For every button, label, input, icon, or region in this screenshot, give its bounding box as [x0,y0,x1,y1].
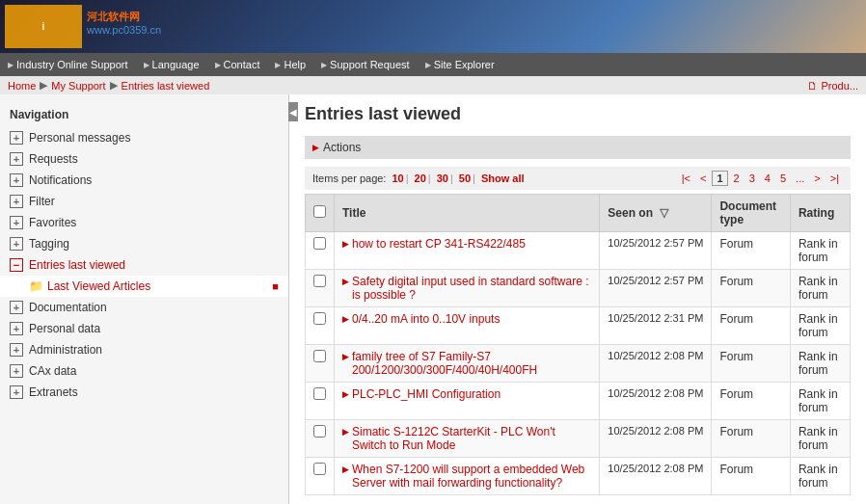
sidebar-link-requests[interactable]: Requests [29,152,78,166]
entry-title-link[interactable]: 0/4..20 mA into 0..10V inputs [342,312,591,326]
table-row: PLC-PLC_HMI Configuration10/25/2012 2:08… [306,383,851,420]
sidebar-link-documentation[interactable]: Documentation [29,301,107,314]
sidebar-item-administration[interactable]: + Administration [0,339,288,360]
page-ellipsis[interactable]: ... [792,172,808,185]
plus-icon: + [10,152,23,166]
entry-title-link[interactable]: how to restart CP 341-RS422/485 [342,237,591,251]
entry-title-link[interactable]: PLC-PLC_HMI Configuration [342,387,591,401]
row-title-cell: Safety digital input used in standard so… [335,270,600,307]
nav-help[interactable]: Help [275,59,306,70]
sidebar-item-tagging[interactable]: + Tagging [0,233,288,254]
sidebar-item-personal-messages[interactable]: + Personal messages [0,127,288,148]
entry-title-link[interactable]: Safety digital input used in standard so… [342,275,591,302]
row-checkbox[interactable] [313,312,326,325]
breadcrumb-left: Home ▶ My Support ▶ Entries last viewed [8,79,209,92]
nav-industry[interactable]: Industry Online Support [8,59,128,70]
sidebar-link-personal-data[interactable]: Personal data [29,322,100,335]
plus-icon: + [10,237,23,251]
row-rating-cell: Rank in forum [790,458,850,495]
minus-icon: − [10,258,23,272]
sidebar-link-administration[interactable]: Administration [29,343,102,357]
select-all-checkbox[interactable] [313,205,326,218]
row-checkbox-cell [306,458,335,495]
per-page-30[interactable]: 30 [437,172,448,184]
nav-support-request[interactable]: Support Request [321,59,410,70]
row-seen-on-cell: 10/25/2012 2:08 PM [600,383,712,420]
page-last[interactable]: >| [826,172,843,185]
breadcrumb-mysupport[interactable]: My Support [51,80,105,92]
row-checkbox[interactable] [313,425,326,438]
sidebar-item-documentation[interactable]: + Documentation [0,297,288,318]
entry-title-link[interactable]: Simatic S-1212C StarterKit - PLC Won't S… [342,425,591,452]
page-current: 1 [712,171,727,186]
sidebar-item-entries-last-viewed[interactable]: − Entries last viewed [0,254,288,276]
sidebar-link-cax-data[interactable]: CAx data [29,364,76,378]
table-row: When S7-1200 will support a embedded Web… [306,458,851,495]
row-doc-type-cell: Forum [712,307,790,345]
entry-title-link[interactable]: family tree of S7 Family-S7 200/1200/300… [342,350,591,377]
row-seen-on-cell: 10/25/2012 2:08 PM [600,345,712,383]
sidebar-link-personal-messages[interactable]: Personal messages [29,131,130,145]
row-doc-type-cell: Forum [712,270,790,307]
bookmark-icon: ■ [272,280,279,292]
row-checkbox[interactable] [313,463,326,475]
row-checkbox[interactable] [313,237,326,250]
entry-title-link[interactable]: When S7-1200 will support a embedded Web… [342,463,591,490]
sidebar-item-favorites[interactable]: + Favorites [0,212,288,233]
nav-contact[interactable]: Contact [215,59,260,70]
plus-icon: + [10,343,23,357]
top-banner: i 河北软件网 www.pc0359.cn [0,0,866,53]
sidebar-link-notifications[interactable]: Notifications [29,173,92,187]
page-4[interactable]: 4 [761,172,774,185]
table-row: Simatic S-1212C StarterKit - PLC Won't S… [306,420,851,458]
row-checkbox[interactable] [313,387,326,400]
page-5[interactable]: 5 [776,172,790,185]
col-rating: Rating [790,195,850,232]
sidebar-item-requests[interactable]: + Requests [0,148,288,170]
row-checkbox-cell [306,383,335,420]
page-first[interactable]: |< [678,172,694,185]
table-row: Safety digital input used in standard so… [306,270,851,307]
per-page-10[interactable]: 10 [392,172,403,184]
plus-icon: + [10,173,23,187]
per-page-20[interactable]: 20 [415,172,426,184]
sidebar-link-favorites[interactable]: Favorites [29,216,76,229]
sidebar-subitem-last-viewed-articles[interactable]: 📁 Last Viewed Articles ■ [0,276,288,297]
banner-text2: www.pc0359.cn [87,24,161,36]
sidebar-item-extranets[interactable]: + Extranets [0,382,288,403]
breadcrumb-bar: Home ▶ My Support ▶ Entries last viewed … [0,76,866,94]
breadcrumb-sep2: ▶ [110,79,118,92]
row-doc-type-cell: Forum [712,458,790,495]
sidebar-item-personal-data[interactable]: + Personal data [0,318,288,339]
col-checkbox [306,195,335,232]
sidebar-item-filter[interactable]: + Filter [0,191,288,212]
row-title-cell: how to restart CP 341-RS422/485 [335,232,600,270]
page-prev[interactable]: < [696,172,710,185]
page-next[interactable]: > [810,172,824,185]
breadcrumb-home[interactable]: Home [8,80,36,92]
per-page-show-all[interactable]: Show all [481,172,525,184]
row-checkbox[interactable] [313,350,326,362]
sidebar-link-entries-last-viewed[interactable]: Entries last viewed [29,258,125,272]
page-2[interactable]: 2 [730,172,744,185]
sidebar-item-cax-data[interactable]: + CAx data [0,360,288,382]
row-checkbox[interactable] [313,275,326,287]
row-checkbox-cell [306,270,335,307]
row-doc-type-cell: Forum [712,383,790,420]
breadcrumb-product: 🗋 Produ... [807,80,858,92]
sidebar-link-filter[interactable]: Filter [29,195,55,208]
per-page-50[interactable]: 50 [459,172,471,184]
row-rating-cell: Rank in forum [790,232,850,270]
sidebar-toggle[interactable]: ◀ [288,102,298,121]
sidebar-item-notifications[interactable]: + Notifications [0,170,288,191]
row-rating-cell: Rank in forum [790,307,850,345]
sort-icon[interactable]: ▽ [660,206,668,220]
nav-site-explorer[interactable]: Site Explorer [425,59,495,70]
actions-toggle[interactable]: Actions [312,141,361,154]
sidebar-link-extranets[interactable]: Extranets [29,385,78,399]
nav-language[interactable]: Language [144,59,200,70]
page-3[interactable]: 3 [745,172,759,185]
logo: i [5,5,82,48]
sidebar-link-tagging[interactable]: Tagging [29,237,69,251]
row-seen-on-cell: 10/25/2012 2:57 PM [600,270,712,307]
